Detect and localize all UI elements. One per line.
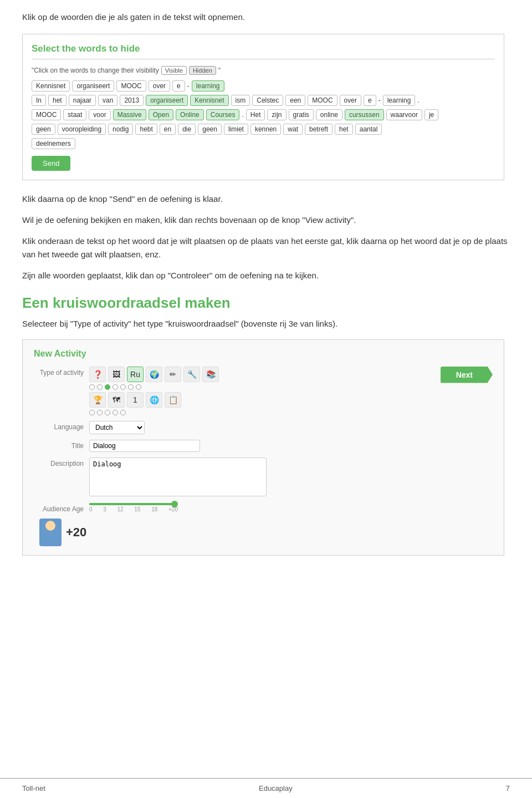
age-slider[interactable] [89, 503, 178, 505]
visible-badge[interactable]: Visible [161, 66, 187, 75]
page-content: Klik op de woorden die je als gaten in d… [0, 0, 532, 589]
word-chip[interactable]: voor [89, 109, 110, 120]
word-chip[interactable]: geen [198, 124, 222, 135]
footer: Toll-net Educaplay 7 [0, 778, 532, 798]
word-chip[interactable]: MOOC [32, 109, 61, 120]
hidden-badge[interactable]: Hidden [189, 66, 216, 75]
word-chip[interactable]: zijn [267, 109, 286, 120]
word-chip[interactable]: Het [246, 109, 265, 120]
word-chip[interactable]: Courses [206, 109, 240, 120]
word-chip[interactable]: geen [32, 124, 55, 135]
word-chip[interactable]: staat [63, 109, 86, 120]
language-label: Language [34, 421, 84, 431]
radio-row-1 [89, 384, 267, 390]
title-input[interactable] [89, 440, 200, 452]
top-area: Type of activity ❓ 🖼 Ru 🌍 ✏ 🔧 📚 [34, 367, 493, 496]
word-chip[interactable]: learning [383, 95, 416, 106]
word-chip[interactable]: 2013 [120, 95, 144, 106]
send-button[interactable]: Send [32, 156, 70, 171]
word-chip[interactable]: nodig [108, 124, 133, 135]
activity-icon-6[interactable]: 🔧 [183, 367, 200, 382]
word-chip[interactable]: vooropleiding [58, 124, 106, 135]
word-chip[interactable]: Kennisnet [190, 95, 228, 106]
activity-icon-9[interactable]: 🗺 [108, 392, 125, 408]
radio-6[interactable] [128, 384, 134, 390]
word-chip[interactable]: van [98, 95, 117, 106]
radio-12[interactable] [120, 410, 126, 415]
activity-icon-7[interactable]: 📚 [202, 367, 219, 382]
word-chip-learning[interactable]: learning [192, 80, 224, 92]
activity-icon-3[interactable]: Ru [127, 367, 144, 382]
word-chip[interactable]: MOOC [308, 95, 337, 106]
word-chip[interactable]: Massive [113, 109, 146, 120]
word-chip[interactable]: waarvoor [386, 109, 422, 120]
word-chip[interactable]: In [32, 95, 46, 106]
word-chip[interactable]: cursussen [345, 109, 384, 120]
word-chip[interactable]: e [364, 95, 376, 106]
radio-7[interactable] [136, 384, 141, 390]
activity-icon-1[interactable]: ❓ [89, 367, 106, 382]
body-text-3: Klik onderaan de tekst op het woord dat … [22, 235, 510, 261]
radio-10[interactable] [105, 410, 110, 415]
avatar-body [44, 532, 57, 544]
word-chip[interactable]: en [160, 124, 176, 135]
word-chip[interactable]: ism [231, 95, 250, 106]
word-chip[interactable]: najaar [69, 95, 96, 106]
radio-2[interactable] [97, 384, 103, 390]
word-chip[interactable]: Celstec [252, 95, 283, 106]
word-chip[interactable]: limiet [224, 124, 248, 135]
audience-age-row: Audience Age 0 3 12 15 18 +20 [34, 503, 493, 513]
radio-4[interactable] [112, 384, 118, 390]
word-chip[interactable]: e [172, 80, 185, 92]
word-chip[interactable]: je [424, 109, 438, 120]
radio-5[interactable] [120, 384, 126, 390]
activity-icon-10[interactable]: 1 [127, 392, 144, 408]
activity-form: Type of activity ❓ 🖼 Ru 🌍 ✏ 🔧 📚 [34, 367, 267, 496]
word-chip[interactable]: organiseert [72, 80, 114, 92]
word-chip[interactable]: hebt [135, 124, 157, 135]
slider-area: 0 3 12 15 18 +20 [89, 503, 178, 512]
word-chip[interactable]: kennen [250, 124, 281, 135]
word-chip[interactable]: die [178, 124, 196, 135]
word-chip[interactable]: het [335, 124, 353, 135]
language-select[interactable]: Dutch [89, 421, 145, 434]
word-chip[interactable]: aantal [355, 124, 382, 135]
word-chip[interactable]: het [48, 95, 66, 106]
word-chip[interactable]: wat [283, 124, 303, 135]
word-chip[interactable]: Open [149, 109, 173, 120]
activity-icon-4[interactable]: 🌍 [146, 367, 162, 382]
activity-icon-8[interactable]: 🏆 [89, 392, 106, 408]
word-chip[interactable]: online [316, 109, 342, 120]
word-chip[interactable]: over [340, 95, 361, 106]
word-chip[interactable]: over [149, 80, 170, 92]
description-textarea[interactable]: Dialoog [89, 458, 267, 496]
radio-1[interactable] [89, 384, 95, 390]
radio-8[interactable] [89, 410, 95, 415]
word-row-2: In het najaar van 2013 organiseert Kenni… [32, 95, 495, 106]
activity-icon-11[interactable]: 🌐 [146, 392, 162, 408]
radio-11[interactable] [112, 410, 118, 415]
word-chip[interactable]: Online [176, 109, 204, 120]
footer-left: Toll-net [22, 784, 45, 792]
radio-3[interactable] [105, 384, 110, 390]
body-text-5: Selecteer bij "Type of activity" het typ… [22, 317, 510, 331]
dash: - [187, 82, 190, 90]
radio-9[interactable] [97, 410, 103, 415]
word-chip[interactable]: gratis [289, 109, 314, 120]
word-chip[interactable]: MOOC [116, 80, 146, 92]
word-chip[interactable]: Kennisnet [32, 80, 70, 92]
word-chip[interactable]: organiseert [146, 95, 188, 106]
activity-icon-5[interactable]: ✏ [165, 367, 181, 382]
description-row: Description Dialoog [34, 458, 267, 496]
activity-icon-2[interactable]: 🖼 [108, 367, 125, 382]
slider-thumb[interactable] [171, 501, 178, 507]
word-chip[interactable]: betreft [305, 124, 332, 135]
word-chip[interactable]: deelnemers [32, 138, 75, 149]
word-row-5: deelnemers [32, 138, 495, 149]
dash: - [378, 96, 381, 104]
audience-age-area: Audience Age 0 3 12 15 18 +20 [34, 503, 493, 546]
new-activity-title: New Activity [34, 349, 493, 359]
next-button[interactable]: Next [441, 367, 493, 383]
word-chip[interactable]: een [285, 95, 305, 106]
activity-icon-12[interactable]: 📋 [165, 392, 181, 408]
